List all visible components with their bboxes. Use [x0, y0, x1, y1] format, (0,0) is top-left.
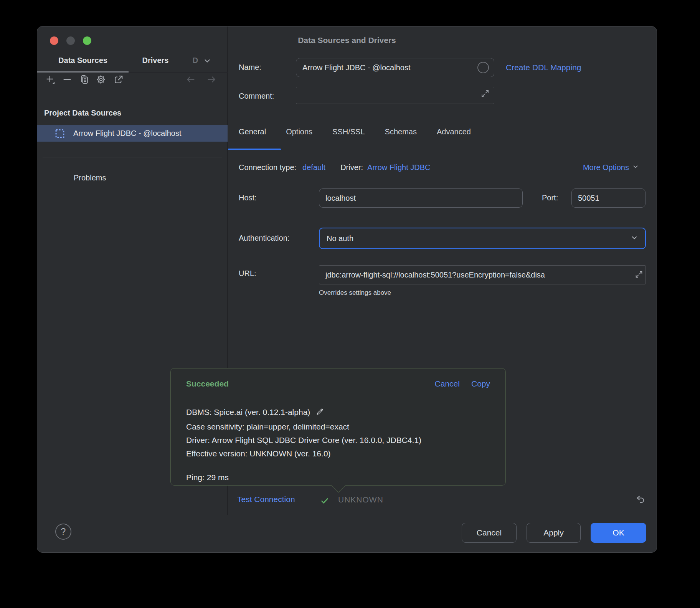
- name-input[interactable]: [296, 58, 494, 77]
- url-expand-icon[interactable]: [634, 270, 644, 281]
- more-options-chevron-icon: [632, 163, 639, 172]
- popup-pointer: [332, 479, 346, 493]
- success-check-icon: [320, 496, 330, 507]
- comment-expand-icon[interactable]: [480, 89, 490, 100]
- connection-type-value-link[interactable]: default: [302, 163, 325, 172]
- tab-options[interactable]: Options: [286, 127, 312, 136]
- popup-dbms-line: DBMS: Spice.ai (ver. 0.12.1-alpha): [186, 405, 421, 420]
- tab-drivers[interactable]: Drivers: [132, 49, 178, 72]
- url-input[interactable]: [319, 265, 646, 284]
- tab-bar-divider: [228, 150, 657, 150]
- tab-advanced[interactable]: Advanced: [437, 127, 471, 136]
- settings-tab-bar: General Options SSH/SSL Schemas Advanced: [239, 127, 471, 136]
- tree-item-problems[interactable]: Problems: [37, 170, 228, 185]
- popup-driver-line: Driver: Arrow Flight SQL JDBC Driver Cor…: [186, 433, 421, 447]
- popup-status: Succeeded: [186, 379, 229, 388]
- tab-overflow-chevron-icon[interactable]: [203, 56, 211, 66]
- host-label: Host:: [239, 193, 257, 202]
- authentication-label: Authentication:: [239, 234, 289, 243]
- url-hint-text: Overrides settings above: [319, 289, 391, 297]
- remove-data-source-icon[interactable]: [61, 73, 73, 86]
- apply-button[interactable]: Apply: [527, 523, 581, 543]
- tab-data-sources[interactable]: Data Sources: [37, 49, 129, 72]
- comment-label: Comment:: [239, 92, 274, 101]
- problems-label: Problems: [74, 173, 106, 182]
- tab-overflow-truncated[interactable]: D: [190, 49, 201, 72]
- more-options-link[interactable]: More Options: [583, 163, 639, 172]
- authentication-value: No auth: [327, 234, 353, 243]
- settings-gear-icon[interactable]: [95, 73, 107, 86]
- authentication-select[interactable]: No auth: [319, 228, 646, 249]
- authentication-chevron-icon: [631, 234, 638, 243]
- name-field-circle-icon: [477, 62, 489, 73]
- add-data-source-icon[interactable]: [44, 73, 56, 86]
- tree-divider: [43, 157, 222, 157]
- port-input[interactable]: [571, 188, 646, 208]
- dialog-footer: ? Cancel Apply OK: [37, 515, 657, 553]
- project-data-sources-header: Project Data Sources: [44, 109, 121, 117]
- popup-ping-line: Ping: 29 ms: [186, 473, 229, 482]
- arrow-flight-datasource-icon: [54, 128, 65, 140]
- cancel-button[interactable]: Cancel: [462, 523, 517, 543]
- open-in-new-icon[interactable]: [112, 73, 125, 86]
- data-source-tree-item-selected[interactable]: Arrow Flight JDBC - @localhost: [37, 125, 228, 142]
- left-tab-strip: Data Sources Drivers D: [37, 49, 228, 73]
- data-source-item-label: Arrow Flight JDBC - @localhost: [73, 129, 181, 138]
- duplicate-icon[interactable]: [78, 73, 90, 86]
- data-sources-dialog: Data Sources and Drivers Data Sources Dr…: [37, 26, 657, 553]
- revert-undo-icon[interactable]: [633, 492, 648, 507]
- back-arrow-icon[interactable]: [185, 73, 197, 86]
- tab-schemas[interactable]: Schemas: [385, 127, 417, 136]
- driver-value-link[interactable]: Arrow Flight JDBC: [367, 163, 430, 172]
- test-connection-link[interactable]: Test Connection: [237, 495, 295, 504]
- forward-arrow-icon[interactable]: [205, 73, 218, 86]
- popup-details: DBMS: Spice.ai (ver. 0.12.1-alpha) Case …: [186, 405, 421, 460]
- general-tab-underline: [228, 149, 281, 150]
- popup-effective-version-line: Effective version: UNKNOWN (ver. 16.0): [186, 447, 421, 460]
- tab-ssh-ssl[interactable]: SSH/SSL: [332, 127, 365, 136]
- popup-cancel-link[interactable]: Cancel: [435, 379, 460, 388]
- connection-type-row: Connection type: default Driver: Arrow F…: [239, 163, 431, 172]
- help-button[interactable]: ?: [55, 524, 71, 540]
- popup-copy-link[interactable]: Copy: [471, 379, 490, 388]
- edit-pencil-icon[interactable]: [315, 406, 324, 420]
- left-toolbar: [37, 73, 228, 93]
- driver-label: Driver:: [340, 163, 363, 172]
- active-tab-underline: [37, 71, 129, 73]
- test-connection-result-popup: Succeeded Cancel Copy DBMS: Spice.ai (ve…: [170, 368, 506, 486]
- popup-case-sensitivity-line: Case sensitivity: plain=upper, delimited…: [186, 420, 421, 433]
- connection-type-label: Connection type:: [239, 163, 296, 172]
- url-label: URL:: [239, 269, 256, 278]
- tab-general[interactable]: General: [239, 127, 266, 136]
- comment-input[interactable]: [296, 87, 494, 104]
- create-ddl-mapping-link[interactable]: Create DDL Mapping: [506, 63, 581, 72]
- name-label: Name:: [239, 63, 261, 72]
- ok-button[interactable]: OK: [591, 523, 646, 543]
- test-result-status: UNKNOWN: [338, 495, 383, 504]
- host-input[interactable]: [319, 188, 523, 208]
- port-label: Port:: [542, 193, 558, 202]
